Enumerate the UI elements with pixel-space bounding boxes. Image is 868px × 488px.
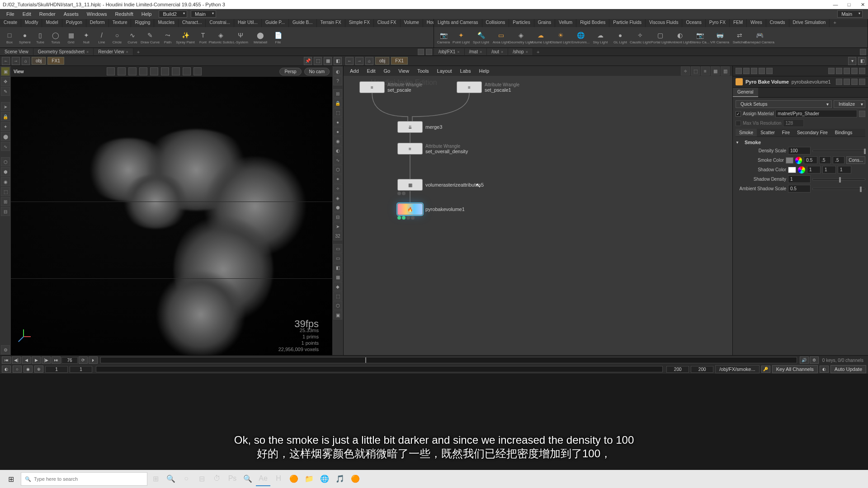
range-end-input[interactable] <box>691 366 713 373</box>
path-fwd-button[interactable]: → <box>355 57 363 65</box>
pane-tab-add[interactable]: + <box>133 48 143 56</box>
viewport-display-icon[interactable] <box>107 67 115 75</box>
shelf-tab[interactable]: Lights and Cameras <box>434 19 482 27</box>
path-opt-icon[interactable]: ◧ <box>334 57 342 65</box>
net-menu-tools[interactable]: Tools <box>414 67 433 75</box>
reload-icon[interactable] <box>844 79 850 85</box>
taskbar-app-icon[interactable]: 📁 <box>302 472 316 486</box>
path-seg-obj[interactable]: obj <box>375 57 389 65</box>
desktop-selector-1[interactable]: Build2 <box>159 10 187 18</box>
path-home-icon[interactable]: ⌂ <box>22 57 30 65</box>
viewport-display-icon[interactable] <box>118 67 126 75</box>
display-opt-icon[interactable]: ⬡ <box>333 301 342 310</box>
shelf-tool-volume-light[interactable]: ☁Volume Light <box>531 28 551 47</box>
shelf-tool-sky-light[interactable]: ☁Sky Light <box>590 28 610 47</box>
shelf-tool-line[interactable]: /Line <box>94 28 109 47</box>
ambient-shadow-input[interactable] <box>788 185 811 192</box>
shelf-tab[interactable]: Guide P... <box>262 19 289 27</box>
handle-tool-icon[interactable]: ✥ <box>1 77 10 86</box>
pane-tab-geo-spreadsheet[interactable]: Geometry Spreadsheet× <box>33 48 94 55</box>
timeline-opt-icon[interactable]: ◐ <box>820 366 829 373</box>
net-menu-view[interactable]: View <box>395 67 413 75</box>
display-opt-icon[interactable]: ◉ <box>333 136 342 145</box>
taskbar-app-icon[interactable]: ⊞ <box>148 472 163 486</box>
shelf-tool-area-light[interactable]: ▭Area Light <box>491 28 511 47</box>
param-toolbar-icon[interactable] <box>851 68 858 74</box>
snap-tool-icon[interactable]: ◉ <box>1 177 10 186</box>
display-opt-icon[interactable]: ◐ <box>333 146 342 155</box>
path-seg-fx1[interactable]: FX1 <box>47 57 64 65</box>
pane-opt-icon[interactable] <box>860 49 866 55</box>
param-toolbar-icon[interactable] <box>828 68 835 74</box>
taskbar-app-icon[interactable]: ○ <box>179 472 193 486</box>
key-all-channels-button[interactable]: Key All Channels <box>772 365 818 373</box>
shelf-tab[interactable]: Particles <box>509 19 534 27</box>
param-toolbar-icon[interactable] <box>844 68 850 74</box>
taskbar-app-icon[interactable]: Ps <box>225 472 240 486</box>
display-opt-icon[interactable]: ◈ <box>333 193 342 202</box>
snap-tool-icon[interactable]: ⊞ <box>1 197 10 206</box>
frame-range-track[interactable] <box>96 366 663 372</box>
timeline-play-button[interactable]: ▶ <box>32 357 41 364</box>
net-menu-labs[interactable]: Labs <box>457 67 475 75</box>
net-toolbar-icon[interactable]: ⬚ <box>691 66 700 75</box>
search-icon[interactable] <box>851 79 858 85</box>
viewport-display-icon[interactable] <box>161 67 169 75</box>
net-menu-layout[interactable]: Layout <box>434 67 456 75</box>
menu-help[interactable]: Help <box>138 10 156 18</box>
display-opt-icon[interactable]: ◆ <box>333 282 342 291</box>
shelf-tool-caustic-light[interactable]: ✧Caustic Light <box>630 28 650 47</box>
display-opt-icon[interactable]: ⬚ <box>333 108 342 117</box>
camera-persp-dropdown[interactable]: Persp <box>279 68 301 75</box>
smoke-color-b-input[interactable] <box>833 156 844 164</box>
scene-viewport[interactable]: ▣ ✥ ✎ ➤ 🔒 ✦ ⬤ ∿ ⬡ ⬢ ◉ ⬚ ⊞ ⊟ ⚙ <box>0 66 343 355</box>
taskbar-app-icon[interactable]: 🟠 <box>348 472 363 486</box>
color-picker-icon[interactable] <box>798 166 805 174</box>
shadow-color-g-input[interactable] <box>822 166 836 174</box>
window-close[interactable]: ✕ <box>860 2 865 8</box>
select-tool-icon[interactable]: ▣ <box>1 67 10 76</box>
pane-tab-scene-view[interactable]: Scene View <box>0 48 33 55</box>
display-opt-icon[interactable]: ⬡ <box>333 165 342 174</box>
range-start-input[interactable] <box>45 366 68 373</box>
param-toolbar-icon[interactable] <box>759 68 765 74</box>
timeline-opt-icon[interactable]: ⚙ <box>810 357 819 364</box>
shadow-color-r-input[interactable] <box>807 166 821 174</box>
pane-opt-icon[interactable] <box>426 49 432 55</box>
node-set-pscale[interactable]: ≡ Attribute Wrangleset_pscale <box>359 81 422 93</box>
close-icon[interactable]: × <box>501 50 503 54</box>
viewport-display-icon[interactable] <box>193 67 202 75</box>
shelf-tool-null[interactable]: ✦Null <box>79 28 94 47</box>
shelf-tab[interactable]: Oceans <box>682 19 705 27</box>
taskbar-app-icon[interactable]: 🟠 <box>287 472 301 486</box>
scope-path-display[interactable]: /obj/FX/smoke... <box>715 365 759 373</box>
shelf-tab[interactable]: Cloud FX <box>374 19 401 27</box>
shelf-tab[interactable]: Particle Fluids <box>609 19 646 27</box>
pane-tab-out[interactable]: /out× <box>487 48 508 55</box>
shelf-tool-metaball[interactable]: ⬤Metaball <box>250 28 270 47</box>
shelf-tab[interactable]: Drive Simulation <box>789 19 830 27</box>
arrow-tool-icon[interactable]: ➤ <box>1 102 10 111</box>
timeline-audio-icon[interactable]: 🔊 <box>800 357 809 364</box>
shelf-tab[interactable]: Polygon <box>62 19 86 27</box>
pane-tab-render-view[interactable]: Render View× <box>94 48 133 55</box>
shelf-tool-spot-light[interactable]: 🔦Spot Light <box>471 28 491 47</box>
max-vis-checkbox[interactable] <box>736 121 741 126</box>
timeline-nextkey-button[interactable]: |▶ <box>42 357 51 364</box>
shelf-tool-gamepad-camera[interactable]: 🎮Gamepad Camera <box>750 28 769 47</box>
viewport-canvas[interactable]: View Persp No cam <box>11 66 332 355</box>
path-fwd-button[interactable]: → <box>12 57 20 65</box>
smoke-color-constant-button[interactable]: Cons... <box>846 156 865 164</box>
net-menu-go[interactable]: Go <box>380 67 394 75</box>
shelf-tool-circle[interactable]: ○Circle <box>109 28 125 47</box>
path-opt-icon[interactable]: ▦ <box>324 57 332 65</box>
shelf-tab[interactable]: FEM <box>730 19 747 27</box>
taskbar-app-icon[interactable]: H <box>271 472 286 486</box>
shelf-tab[interactable]: Muscles <box>154 19 179 27</box>
snap-tool-icon[interactable]: ⊟ <box>1 207 10 216</box>
net-menu-edit[interactable]: Edit <box>363 67 379 75</box>
subtab-scatter[interactable]: Scatter <box>757 129 778 136</box>
close-icon[interactable]: × <box>86 50 89 54</box>
pane-tab-add[interactable]: + <box>533 48 543 56</box>
display-opt-icon[interactable]: ➤ <box>333 222 342 231</box>
